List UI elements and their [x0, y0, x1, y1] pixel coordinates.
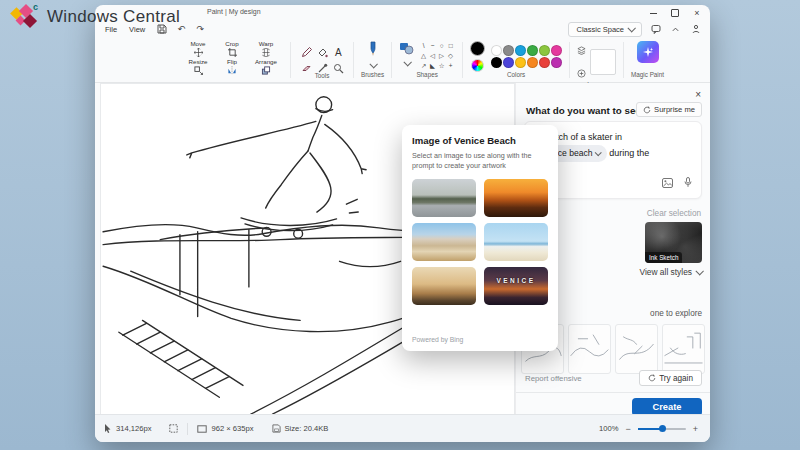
- style-card-ink-sketch[interactable]: Ink Sketch: [645, 222, 702, 263]
- view-menu[interactable]: View: [123, 23, 151, 36]
- prompt-text-after: during the: [609, 148, 649, 158]
- clear-selection-link[interactable]: Clear selection: [647, 209, 701, 218]
- color-swatch[interactable]: [539, 57, 550, 68]
- shape-option[interactable]: ◣: [430, 63, 435, 70]
- style-preset-dropdown[interactable]: Classic Space: [568, 22, 642, 37]
- shape-option[interactable]: ◁: [430, 53, 435, 60]
- fill-icon[interactable]: [317, 44, 328, 55]
- shape-option[interactable]: □: [449, 43, 453, 50]
- add-layer-icon[interactable]: [577, 64, 586, 82]
- cursor-icon: [104, 424, 112, 433]
- shape-option[interactable]: ○: [440, 43, 444, 50]
- cursor-position: 314,126px: [95, 422, 160, 436]
- report-offensive-link[interactable]: Report offensive: [525, 374, 582, 383]
- feedback-icon[interactable]: [649, 23, 662, 36]
- resize-button[interactable]: Resize: [181, 59, 215, 77]
- shape-option[interactable]: \: [423, 43, 425, 50]
- svg-text:A: A: [335, 47, 342, 58]
- color-swatch[interactable]: [551, 45, 562, 56]
- shape-option[interactable]: ▷: [439, 53, 444, 60]
- layers-section: Layers: [571, 39, 622, 81]
- close-panel-icon[interactable]: ×: [695, 89, 701, 100]
- file-menu[interactable]: File: [99, 23, 123, 36]
- zoom-slider[interactable]: [638, 428, 686, 430]
- panel-title: What do you want to see?: [526, 105, 647, 116]
- title-bar[interactable]: Paint | My design ×: [95, 5, 710, 21]
- magnifier-icon[interactable]: [333, 60, 344, 71]
- shape-option[interactable]: ~: [431, 43, 435, 50]
- save-icon[interactable]: [154, 23, 170, 36]
- brushes-section: Brushes: [355, 39, 390, 81]
- ribbon-toolbar: Move Crop Warp Resize Flip Arrange: [95, 38, 710, 83]
- color-swatch[interactable]: [515, 45, 526, 56]
- warp-button[interactable]: Warp: [249, 41, 283, 59]
- venice-image-skatepark-at-sunset[interactable]: [484, 179, 548, 217]
- sketch-result-2[interactable]: [568, 324, 611, 374]
- color-wheel-icon[interactable]: [471, 59, 484, 72]
- color-swatch[interactable]: [551, 57, 562, 68]
- crop-button[interactable]: Crop: [215, 41, 249, 59]
- style-card-label: Ink Sketch: [645, 252, 682, 263]
- color-swatch[interactable]: [515, 57, 526, 68]
- color-swatches: [490, 45, 562, 69]
- color-swatch[interactable]: [503, 57, 514, 68]
- magic-paint-button[interactable]: [637, 41, 659, 63]
- venice-image-lifeguard-tower[interactable]: [484, 223, 548, 261]
- undo-icon[interactable]: ↶: [173, 23, 189, 36]
- move-button[interactable]: Move: [181, 41, 215, 59]
- minimize-button[interactable]: [646, 7, 660, 19]
- color-swatch[interactable]: [527, 57, 538, 68]
- maximize-button[interactable]: [668, 7, 682, 19]
- flip-button[interactable]: Flip: [215, 59, 249, 77]
- chevron-down-icon[interactable]: [369, 60, 377, 68]
- zoom-out-button[interactable]: −: [625, 424, 630, 434]
- venice-image-palm-trees[interactable]: [412, 267, 476, 305]
- sketch-result-3[interactable]: [615, 324, 658, 374]
- color-swatch[interactable]: [527, 45, 538, 56]
- venice-image-palm-lined-beach-path[interactable]: [412, 179, 476, 217]
- status-bar: 314,126px 962 × 635px Size: 20.4KB 100% …: [95, 414, 710, 442]
- sketch-result-4[interactable]: [662, 324, 705, 374]
- add-image-icon[interactable]: [662, 174, 673, 192]
- file-size: Size: 20.4KB: [263, 422, 338, 436]
- text-tool-icon[interactable]: A: [333, 44, 344, 55]
- arrange-button[interactable]: Arrange: [249, 59, 283, 77]
- divider: [290, 42, 291, 78]
- color-swatch[interactable]: [491, 45, 502, 56]
- view-all-styles-link[interactable]: View all styles: [640, 267, 702, 277]
- chevron-down-icon[interactable]: [403, 58, 411, 66]
- shape-option[interactable]: +: [449, 63, 453, 70]
- colors-section: Colors: [464, 39, 568, 81]
- shapes-icon[interactable]: [399, 41, 414, 59]
- venice-beach-popup: Image of Venice Beach Select an image to…: [402, 125, 558, 351]
- canvas-size: 962 × 635px: [188, 422, 262, 436]
- selection-icon: [169, 424, 178, 433]
- zoom-in-button[interactable]: +: [693, 424, 698, 434]
- microphone-icon[interactable]: [684, 174, 692, 192]
- color-swatch[interactable]: [491, 57, 502, 68]
- surprise-me-button[interactable]: Surprise me: [636, 102, 702, 117]
- try-again-button[interactable]: Try again: [639, 370, 702, 386]
- close-button[interactable]: ×: [690, 7, 704, 19]
- shape-option[interactable]: ↗: [421, 63, 426, 70]
- shape-option[interactable]: ☆: [439, 63, 445, 70]
- zoom-slider-handle[interactable]: [659, 425, 666, 432]
- chevron-down-icon: [695, 267, 703, 275]
- collapse-ribbon-icon[interactable]: [669, 23, 682, 36]
- brush-icon[interactable]: [367, 41, 379, 61]
- color-swatch[interactable]: [503, 45, 514, 56]
- shape-option[interactable]: △: [421, 53, 426, 60]
- redo-icon[interactable]: ↷: [192, 23, 208, 36]
- color-picker-icon[interactable]: [317, 60, 328, 71]
- share-icon[interactable]: [689, 23, 702, 36]
- eraser-icon[interactable]: [301, 60, 312, 71]
- pencil-icon[interactable]: [301, 44, 312, 55]
- layers-icon[interactable]: [577, 41, 586, 59]
- venice-image-venice-boardwalk[interactable]: [412, 223, 476, 261]
- shape-option[interactable]: ◇: [448, 53, 453, 60]
- venice-image-venice-sign-at-dusk[interactable]: VENICE: [484, 267, 548, 305]
- current-color-swatch[interactable]: [470, 41, 485, 56]
- color-swatch[interactable]: [539, 45, 550, 56]
- layer-thumbnail[interactable]: [590, 49, 616, 75]
- disk-icon: [272, 424, 281, 433]
